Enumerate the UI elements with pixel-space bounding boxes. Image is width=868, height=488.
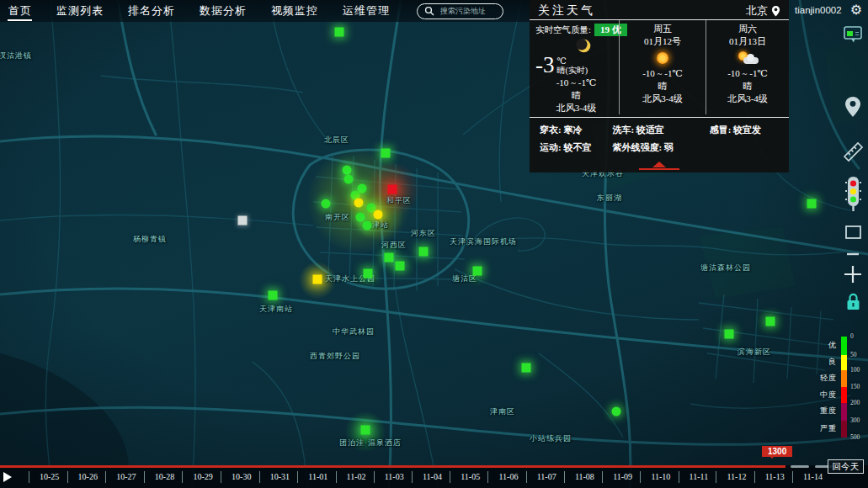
range: -10 ~ -1℃ (706, 67, 789, 80)
station-marker-green[interactable] (807, 199, 817, 209)
lock-icon[interactable] (841, 292, 865, 311)
index-carwash: 洗车: 较适宜 (612, 124, 709, 136)
nav-item-video[interactable]: 视频监控 (270, 0, 319, 22)
sun-icon (657, 52, 668, 64)
map-place-label: 西青郊野公园 (310, 351, 360, 362)
station-marker-green[interactable] (344, 175, 354, 184)
timeline-date[interactable]: 11-03 (374, 471, 404, 483)
timeline-date[interactable]: 11-01 (297, 471, 327, 483)
aqi-legend-value: 0 (850, 332, 854, 340)
timeline-date[interactable]: 11-02 (336, 471, 366, 483)
location-pin-icon[interactable] (841, 96, 865, 119)
aqi-legend-value: 100 (850, 366, 860, 374)
aqi-legend-label: 重度 (808, 406, 837, 416)
aqi-label: 实时空气质量: (535, 24, 591, 36)
station-marker-green[interactable] (396, 262, 405, 271)
station-marker-green[interactable] (725, 330, 734, 339)
date: 01月13日 (706, 35, 789, 48)
map-place-label: 塘沽森林公园 (700, 263, 751, 273)
timeline-progress[interactable] (0, 465, 785, 468)
timeline-date[interactable]: 11-10 (640, 471, 670, 483)
timeline-date[interactable]: 11-08 (564, 471, 594, 483)
station-marker-green[interactable] (381, 149, 391, 158)
timeline-date[interactable]: 10-31 (259, 471, 290, 483)
nav-item-home[interactable]: 首页 (8, 0, 33, 22)
traffic-light-icon[interactable] (841, 176, 865, 213)
aqi-legend-value: 200 (850, 399, 860, 406)
station-marker-green[interactable] (612, 407, 621, 416)
map-place-label: 杨柳青镇 (133, 234, 167, 245)
timeline-date[interactable]: 10-29 (182, 471, 212, 483)
station-marker-gray[interactable] (238, 216, 248, 225)
timeline-remaining-segment[interactable] (791, 465, 809, 468)
station-marker-green[interactable] (356, 213, 365, 222)
timeline-date[interactable]: 10-25 (29, 471, 59, 483)
index-cold: 感冒: 较宜发 (710, 124, 779, 136)
aqi-legend-value: 500 (850, 433, 860, 441)
aqi-legend-label: 严重 (808, 423, 837, 434)
station-marker-yellow[interactable] (313, 275, 322, 284)
station-marker-green[interactable] (766, 317, 775, 326)
timeline-date[interactable]: 11-12 (716, 471, 746, 483)
timeline-date[interactable]: 10-30 (221, 471, 251, 483)
timeline-date[interactable]: 11-07 (526, 471, 556, 483)
city-selector[interactable]: 北京 (746, 3, 780, 19)
timeline-date[interactable]: 11-04 (412, 471, 442, 483)
weather-collapse-arrow[interactable] (530, 156, 789, 172)
user-box: tianjin0002 ⚙ (795, 3, 862, 17)
nav-item-monitor-list[interactable]: 监测列表 (56, 0, 104, 22)
rect-select-icon[interactable] (841, 224, 865, 241)
current-time-badge: 1300 (762, 446, 792, 457)
timeline-date[interactable]: 11-09 (602, 471, 632, 483)
station-marker-green[interactable] (335, 28, 344, 37)
wind: 北风3-4级 (706, 93, 789, 105)
play-button[interactable] (3, 472, 12, 482)
settings-gear-icon[interactable]: ⚙ (850, 3, 862, 17)
station-marker-green[interactable] (419, 247, 429, 257)
cond: 晴 (706, 80, 789, 93)
aqi-legend-label: 中度 (808, 390, 837, 400)
map-place-label: 北辰区 (324, 135, 349, 146)
station-marker-green[interactable] (269, 291, 278, 300)
station-bubble-icon[interactable] (841, 25, 865, 44)
station-marker-green[interactable] (343, 166, 352, 175)
timeline-date[interactable]: 11-14 (792, 471, 823, 483)
zoom-in-icon[interactable] (841, 264, 865, 284)
monitoring-dashboard: 汊沽港镇杨柳青镇北辰区南开区和平区天津站河东区河西区天津水上公园天津南站中华武林… (0, 0, 868, 488)
nav-item-ops[interactable]: 运维管理 (342, 0, 391, 22)
station-marker-green[interactable] (361, 426, 370, 435)
station-marker-red[interactable] (388, 185, 397, 194)
station-marker-green[interactable] (473, 267, 482, 276)
nav-item-ranking[interactable]: 排名分析 (127, 0, 176, 22)
station-marker-yellow[interactable] (354, 199, 364, 208)
wind: 北风3-4级 (620, 93, 706, 105)
search-box[interactable] (417, 3, 503, 19)
map-place-label: 津南区 (490, 406, 515, 417)
timeline-date[interactable]: 11-11 (679, 471, 709, 483)
station-marker-green[interactable] (322, 199, 331, 209)
timeline-date[interactable]: 10-28 (144, 471, 174, 483)
back-to-today-button[interactable]: 回今天 (828, 459, 865, 474)
map-place-label: 中华武林园 (333, 326, 375, 337)
nav-item-data-analysis[interactable]: 数据分析 (199, 0, 248, 22)
aqi-legend-label: 良 (808, 357, 837, 368)
weather-panel-title: 关注天气 (538, 3, 595, 19)
station-marker-green[interactable] (363, 221, 372, 231)
cond: 晴 (620, 80, 706, 93)
timeline-date[interactable]: 10-27 (105, 471, 136, 483)
map-place-label: 小站练兵园 (530, 433, 572, 444)
timeline-date[interactable]: 11-05 (450, 471, 480, 483)
station-marker-yellow[interactable] (374, 210, 383, 220)
timeline-date[interactable]: 11-13 (754, 471, 785, 483)
map-place-label: 河西区 (381, 240, 407, 251)
timeline-date[interactable]: 10-26 (67, 471, 98, 483)
station-marker-green[interactable] (385, 253, 394, 263)
index-dressing: 穿衣: 寒冷 (540, 124, 612, 136)
zoom-out-icon[interactable] (841, 250, 865, 258)
search-input[interactable] (439, 6, 496, 16)
ruler-icon[interactable] (841, 141, 865, 162)
timeline-date[interactable]: 11-06 (487, 471, 518, 483)
range: -10 ~ -1℃ (620, 67, 706, 80)
station-marker-green[interactable] (364, 269, 373, 278)
station-marker-green[interactable] (522, 363, 531, 373)
